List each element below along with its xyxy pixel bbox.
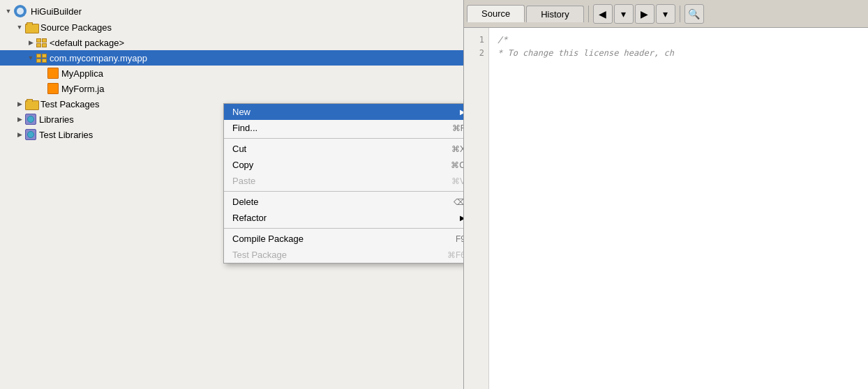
ctx-compile-label: Compile Package	[232, 234, 456, 244]
toolbar-sep1	[588, 6, 589, 22]
ctx-paste-shortcut: ⌘V	[451, 176, 464, 186]
ctx-paste[interactable]: Paste ⌘V	[224, 173, 464, 189]
ctx-copy[interactable]: Copy ⌘C	[224, 157, 464, 173]
ctx-new-label: New	[232, 107, 454, 117]
ctx-cut-label: Cut	[232, 144, 451, 154]
dropdown-button[interactable]: ▾	[614, 4, 634, 24]
ctx-sep1	[224, 138, 464, 139]
tab-history[interactable]: History	[526, 6, 583, 22]
myform-file-icon	[47, 83, 59, 94]
line-number-2: 2	[468, 47, 484, 60]
editor-toolbar: Source History ◀ ▾ ▶ ▾ 🔍	[464, 0, 868, 28]
myapp-file1-icon	[47, 68, 59, 79]
search-icon: 🔍	[688, 8, 700, 20]
back-icon: ◀	[599, 8, 606, 20]
ctx-sep2	[224, 191, 464, 192]
test-packages-toggle[interactable]	[14, 98, 25, 109]
toolbar-sep2	[680, 6, 680, 22]
com-package-icon	[36, 54, 47, 63]
ctx-copy-shortcut: ⌘C	[451, 160, 464, 170]
forward-button[interactable]: ▶	[635, 4, 654, 24]
ctx-test-package-label: Test Package	[232, 250, 447, 260]
ctx-test-package-shortcut: ⌘F6	[447, 250, 464, 260]
libraries-icon	[25, 114, 36, 125]
root-label: HiGuiBuilder	[31, 6, 82, 17]
ctx-compile-shortcut: F9	[456, 234, 464, 244]
ctx-paste-label: Paste	[232, 176, 451, 186]
context-menu: New ▶ Folder... Java Class...	[223, 103, 464, 264]
ctx-new[interactable]: New ▶ Folder... Java Class...	[224, 104, 464, 120]
forward-icon: ▶	[641, 8, 648, 20]
ctx-new-arrow: ▶	[460, 108, 464, 116]
back-button[interactable]: ◀	[593, 4, 613, 24]
test-libraries-label: Test Libraries	[39, 130, 93, 140]
editor-content: 1 2 /* * To change this license header, …	[464, 28, 868, 389]
com-package-item[interactable]: com.mycompany.myapp	[0, 50, 463, 66]
com-package-toggle[interactable]	[25, 52, 36, 63]
myform-file-toggle	[36, 83, 47, 94]
tree-root[interactable]: HiGuiBuilder	[0, 3, 463, 20]
default-package-toggle[interactable]	[25, 37, 36, 48]
forward-dropdown-icon: ▾	[663, 8, 668, 20]
dropdown-icon: ▾	[621, 8, 626, 20]
project-tree-panel: HiGuiBuilder Source Packages <default pa…	[0, 0, 464, 389]
default-package-icon	[36, 38, 47, 47]
test-libraries-toggle[interactable]	[14, 129, 25, 140]
code-area[interactable]: /* * To change this license header, ch	[489, 28, 682, 389]
ctx-delete-shortcut: ⌫	[454, 197, 464, 207]
source-packages-label: Source Packages	[40, 22, 112, 33]
myapp-file1-toggle	[36, 68, 47, 79]
test-libraries-icon	[25, 129, 36, 140]
tree-toggle[interactable]	[3, 6, 14, 17]
ctx-find[interactable]: Find... ⌘F	[224, 120, 464, 136]
ctx-cut[interactable]: Cut ⌘X	[224, 141, 464, 157]
ctx-sep3	[224, 228, 464, 229]
ctx-find-label: Find...	[232, 123, 452, 133]
ctx-cut-shortcut: ⌘X	[451, 144, 464, 154]
myapp-file1-label: MyApplica	[61, 68, 103, 79]
myform-file-label: MyForm.ja	[61, 84, 104, 94]
search-button[interactable]: 🔍	[684, 4, 704, 24]
ctx-find-shortcut: ⌘F	[452, 123, 464, 133]
code-line-2: * To change this license header, ch	[497, 47, 674, 60]
ctx-compile[interactable]: Compile Package F9	[224, 231, 464, 247]
app-icon	[14, 5, 27, 17]
code-line-1: /*	[497, 33, 674, 47]
myapp-file1-item[interactable]: MyApplica	[0, 66, 463, 81]
ctx-copy-label: Copy	[232, 160, 451, 170]
myform-file-item[interactable]: MyForm.ja	[0, 81, 463, 96]
libraries-toggle[interactable]	[14, 114, 25, 125]
line-numbers: 1 2	[464, 28, 489, 389]
source-packages-toggle[interactable]	[14, 22, 25, 33]
ctx-delete-label: Delete	[232, 197, 454, 207]
ctx-refactor-label: Refactor	[232, 213, 454, 223]
editor-panel: Source History ◀ ▾ ▶ ▾ 🔍 1 2 /* * To cha…	[464, 0, 868, 389]
line-number-1: 1	[468, 33, 484, 47]
source-packages-icon	[25, 22, 38, 32]
svg-point-0	[17, 8, 24, 15]
default-package-label: <default package>	[50, 38, 124, 48]
ctx-test-package[interactable]: Test Package ⌘F6	[224, 247, 464, 263]
ctx-delete[interactable]: Delete ⌫	[224, 194, 464, 210]
test-packages-label: Test Packages	[40, 99, 100, 109]
ctx-refactor[interactable]: Refactor ▶	[224, 210, 464, 226]
forward-dropdown-button[interactable]: ▾	[656, 4, 675, 24]
libraries-label: Libraries	[39, 114, 74, 125]
test-packages-icon	[25, 99, 38, 109]
com-package-label: com.mycompany.myapp	[50, 53, 147, 63]
source-packages-item[interactable]: Source Packages	[0, 20, 463, 35]
tab-source[interactable]: Source	[467, 5, 525, 22]
default-package-item[interactable]: <default package>	[0, 35, 463, 50]
ctx-refactor-arrow: ▶	[460, 214, 464, 222]
